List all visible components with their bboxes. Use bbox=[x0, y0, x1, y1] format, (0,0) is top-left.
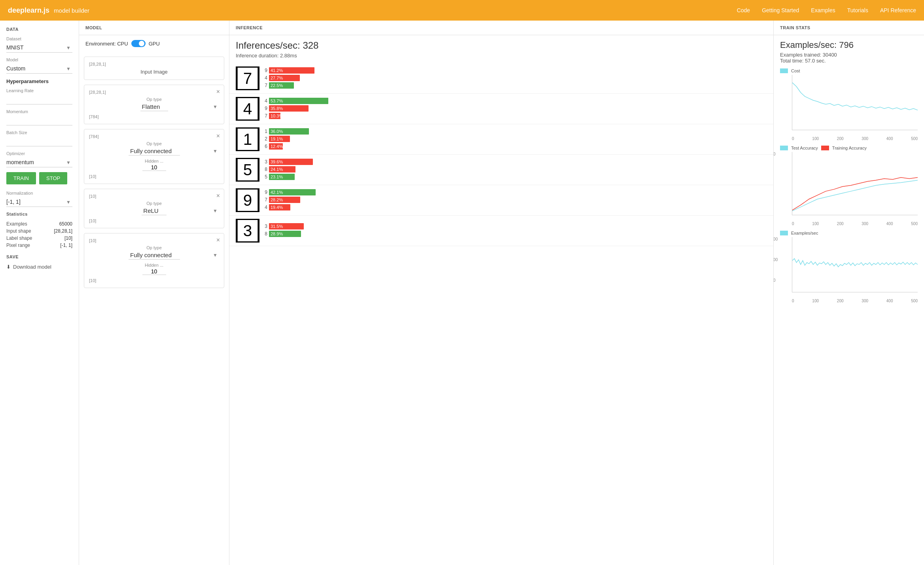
fc2-hidden-input[interactable] bbox=[142, 268, 166, 275]
momentum-input[interactable]: 0.1 bbox=[6, 116, 72, 125]
relu-op-select[interactable]: ReLU bbox=[142, 207, 167, 215]
inferences-per-sec: Inferences/sec: 328 bbox=[229, 35, 773, 53]
bar-digit-label: 6 bbox=[263, 144, 267, 149]
batch-size-input[interactable]: 64 bbox=[6, 137, 72, 146]
model-select[interactable]: Custom bbox=[6, 64, 72, 74]
bar-digit-label: 5 bbox=[263, 174, 267, 180]
bar-row: 612.4% bbox=[263, 143, 767, 150]
dataset-select[interactable]: MNIST bbox=[6, 43, 72, 53]
inference-item: 3 331.5%828.9% bbox=[229, 216, 773, 246]
stat-input-shape: Input shape [28,28,1] bbox=[6, 228, 72, 234]
bar-row: 710.3% bbox=[263, 113, 767, 119]
fc1-op-select-wrapper: Fully connected ▼ bbox=[89, 147, 219, 155]
environment-row: Environment: CPU GPU bbox=[79, 35, 229, 52]
examples-sec-legend: Examples/sec bbox=[780, 231, 918, 235]
normalization-select[interactable]: [-1, 1] bbox=[6, 197, 72, 207]
fc1-hidden-input[interactable] bbox=[142, 164, 166, 171]
inference-duration: Inference duration: 2.88ms bbox=[229, 53, 773, 63]
train-stop-row: TRAIN STOP bbox=[6, 172, 72, 184]
cost-x-labels: 0 100 200 300 400 500 bbox=[792, 137, 918, 141]
inference-bars: 331.5%828.9% bbox=[263, 223, 767, 238]
stat-label-shape-label: Label shape bbox=[6, 235, 32, 241]
optimizer-select[interactable]: momentum bbox=[6, 157, 72, 167]
inference-bars: 941.2%427.7%722.5% bbox=[263, 67, 767, 90]
bar-digit-label: 9 bbox=[263, 68, 267, 73]
fc2-close-button[interactable]: × bbox=[216, 237, 220, 244]
cost-chart-area bbox=[792, 75, 918, 130]
total-time-value: 57.0 sec. bbox=[805, 58, 826, 64]
bar-row: 942.1% bbox=[263, 189, 767, 195]
main-layout: DATA Dataset MNIST ▼ Model Custom ▼ Hype… bbox=[0, 21, 924, 565]
acc-y-labels: 100 80 60 40 20 0 bbox=[774, 152, 776, 226]
fc2-op-select[interactable]: Fully connected bbox=[129, 251, 180, 260]
examples-trained-label: Examples trained: bbox=[780, 52, 821, 58]
stat-examples-label: Examples bbox=[6, 221, 27, 227]
flatten-op-type-label: Op type bbox=[89, 97, 219, 102]
bar-row: 722.5% bbox=[263, 82, 767, 89]
examples-sec-legend-box bbox=[780, 231, 788, 235]
stop-button[interactable]: STOP bbox=[39, 172, 67, 184]
svg-text:4: 4 bbox=[243, 100, 252, 118]
examples-per-sec-number: 796 bbox=[839, 40, 854, 50]
stat-label-shape-value: [10] bbox=[64, 235, 72, 241]
nav-code[interactable]: Code bbox=[737, 7, 750, 13]
normalization-label: Normalization bbox=[6, 191, 72, 195]
fc1-op-select[interactable]: Fully connected bbox=[129, 147, 180, 155]
train-stats-panel: TRAIN STATS Examples/sec: 796 Examples t… bbox=[774, 21, 924, 565]
total-time: Total time: 57.0 sec. bbox=[780, 58, 918, 64]
bar-digit-label: 3 bbox=[263, 224, 267, 229]
stat-input-shape-label: Input shape bbox=[6, 228, 31, 234]
bar-fill: 19.4% bbox=[269, 204, 290, 210]
inference-bars: 136.0%219.1%612.4% bbox=[263, 128, 767, 151]
bar-fill: 10.3% bbox=[269, 113, 280, 119]
inference-item: 7 941.2%427.7%722.5% bbox=[229, 63, 773, 94]
nav-api-reference[interactable]: API Reference bbox=[880, 7, 916, 13]
fc1-op-type-label: Op type bbox=[89, 141, 219, 146]
bar-row: 935.8% bbox=[263, 105, 767, 112]
nav-tutorials[interactable]: Tutorials bbox=[847, 7, 868, 13]
brand-name: deeplearn.js bbox=[8, 6, 49, 14]
fc1-close-button[interactable]: × bbox=[216, 133, 220, 140]
svg-text:1: 1 bbox=[243, 130, 252, 148]
sidebar: DATA Dataset MNIST ▼ Model Custom ▼ Hype… bbox=[0, 21, 79, 565]
examples-sec-chart-container: Examples/sec 1500 1000 500 0 bbox=[780, 231, 918, 303]
bar-digit-label: 7 bbox=[263, 113, 267, 119]
train-button[interactable]: TRAIN bbox=[6, 172, 36, 184]
accuracy-legend: Test Accuracy Training Accuracy bbox=[780, 146, 918, 150]
nav-getting-started[interactable]: Getting Started bbox=[762, 7, 799, 13]
relu-close-button[interactable]: × bbox=[216, 192, 220, 199]
fc2-op-select-arrow: ▼ bbox=[213, 252, 218, 258]
download-label: Download model bbox=[13, 264, 51, 270]
inference-items-container: 7 941.2%427.7%722.5% 4 453.7%935.8%710.3… bbox=[229, 63, 773, 246]
bar-row: 523.1% bbox=[263, 174, 767, 180]
bar-row: 427.7% bbox=[263, 75, 767, 81]
bar-row: 331.5% bbox=[263, 223, 767, 229]
test-acc-legend-box bbox=[780, 146, 788, 150]
relu-op-select-wrapper: ReLU ▼ bbox=[89, 207, 219, 215]
dataset-select-wrapper: MNIST ▼ bbox=[6, 43, 72, 53]
flatten-close-button[interactable]: × bbox=[216, 88, 220, 95]
cpu-gpu-toggle[interactable] bbox=[131, 40, 146, 47]
flatten-op-select[interactable]: Flatten bbox=[140, 102, 168, 111]
stat-pixel-range-value: [-1, 1] bbox=[60, 243, 72, 248]
fc1-bottom-badge: [10] bbox=[89, 174, 219, 179]
bar-fill: 36.0% bbox=[269, 128, 309, 135]
examples-per-sec-label: Examples/sec: bbox=[780, 40, 837, 50]
bar-row: 828.9% bbox=[263, 231, 767, 237]
learning-rate-input[interactable]: 0.1 bbox=[6, 95, 72, 104]
inference-panel-header: INFERENCE bbox=[229, 21, 773, 35]
fc1-op-select-arrow: ▼ bbox=[213, 148, 218, 154]
fc2-hidden-label: Hidden ... bbox=[89, 263, 219, 267]
nav-examples[interactable]: Examples bbox=[811, 7, 835, 13]
train-acc-legend-box bbox=[821, 146, 829, 150]
train-acc-legend-label: Training Accuracy bbox=[832, 146, 867, 150]
bar-digit-label: 2 bbox=[263, 136, 267, 142]
bar-fill: 39.6% bbox=[269, 159, 313, 165]
fc2-op-select-wrapper: Fully connected ▼ bbox=[89, 251, 219, 260]
stat-pixel-range-label: Pixel range bbox=[6, 243, 30, 248]
inference-bars: 942.1%728.2%419.4% bbox=[263, 189, 767, 212]
download-link[interactable]: ⬇ Download model bbox=[6, 264, 72, 270]
exsec-chart-svg bbox=[792, 237, 918, 292]
accuracy-chart-container: Test Accuracy Training Accuracy 100 80 6… bbox=[780, 146, 918, 226]
fc1-layer-card: [784] × Op type Fully connected ▼ Hidden… bbox=[84, 129, 224, 184]
